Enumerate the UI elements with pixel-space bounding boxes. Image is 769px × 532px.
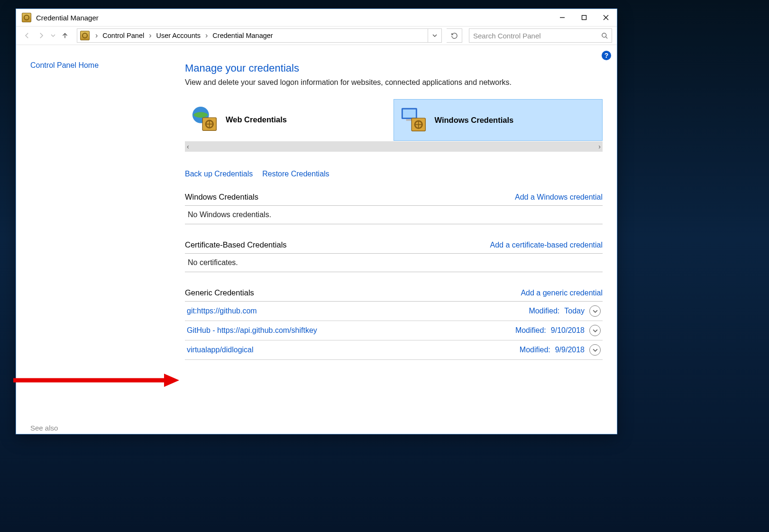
nav-back-button[interactable] xyxy=(21,29,33,42)
restore-credentials-link[interactable]: Restore Credentials xyxy=(262,170,329,178)
windows-credentials-label: Windows Credentials xyxy=(435,116,514,125)
breadcrumb[interactable]: Control Panel xyxy=(101,32,146,39)
section-header-certificate: Certificate-Based Credentials Add a cert… xyxy=(185,237,603,254)
section-title: Windows Credentials xyxy=(185,193,258,202)
page-heading: Manage your credentials xyxy=(185,62,603,74)
windows-credentials-tile[interactable]: Windows Credentials xyxy=(394,99,603,141)
chevron-right-icon: › xyxy=(92,31,101,40)
chevron-right-icon: › xyxy=(146,31,154,40)
credential-row[interactable]: virtualapp/didlogical Modified: 9/9/2018 xyxy=(185,340,603,360)
credential-row[interactable]: GitHub - https://api.github.com/shiftkey… xyxy=(185,321,603,340)
navbar: › Control Panel › User Accounts › Creden… xyxy=(16,27,617,45)
section-header-windows: Windows Credentials Add a Windows creden… xyxy=(185,189,603,206)
main-content: ? Manage your credentials View and delet… xyxy=(185,45,617,434)
tile-scrollbar[interactable]: ‹ › xyxy=(185,141,603,152)
svg-point-4 xyxy=(602,33,606,37)
section-header-generic: Generic Credentials Add a generic creden… xyxy=(185,284,603,302)
globe-vault-icon xyxy=(191,105,220,134)
address-bar[interactable]: › Control Panel › User Accounts › Creden… xyxy=(77,28,442,43)
chevron-right-icon[interactable]: › xyxy=(598,143,601,150)
titlebar: Credential Manager xyxy=(16,9,617,27)
sidebar: Control Panel Home See also xyxy=(16,45,185,434)
close-button[interactable] xyxy=(595,9,617,26)
chevron-left-icon[interactable]: ‹ xyxy=(187,143,189,150)
svg-rect-12 xyxy=(403,110,415,118)
credential-name: git:https://github.com xyxy=(187,307,257,315)
nav-up-button[interactable] xyxy=(59,29,71,42)
expand-row-button[interactable] xyxy=(589,305,601,317)
credential-name: GitHub - https://api.github.com/shiftkey xyxy=(187,326,317,335)
web-credentials-label: Web Credentials xyxy=(226,115,287,124)
modified-label: Modified: xyxy=(520,346,550,354)
modified-label: Modified: xyxy=(529,307,559,315)
address-dropdown[interactable] xyxy=(428,29,441,42)
address-icon xyxy=(80,31,90,40)
nav-recent-button[interactable] xyxy=(49,33,57,38)
search-icon[interactable] xyxy=(597,32,612,39)
section-empty-text: No Windows credentials. xyxy=(185,206,603,224)
maximize-button[interactable] xyxy=(573,9,595,26)
breadcrumb[interactable]: Credential Manager xyxy=(211,32,275,39)
window-title: Credential Manager xyxy=(36,14,99,22)
svg-rect-1 xyxy=(582,16,586,20)
window: Credential Manager › Control Panel › Use… xyxy=(16,9,617,434)
breadcrumb[interactable]: User Accounts xyxy=(155,32,203,39)
section-title: Certificate-Based Credentials xyxy=(185,240,287,249)
minimize-button[interactable] xyxy=(551,9,573,26)
add-windows-credential-link[interactable]: Add a Windows credential xyxy=(515,193,603,202)
add-certificate-credential-link[interactable]: Add a certificate-based credential xyxy=(490,241,603,249)
nav-forward-button[interactable] xyxy=(35,29,47,42)
search-box[interactable] xyxy=(469,28,612,43)
credential-row[interactable]: git:https://github.com Modified: Today xyxy=(185,302,603,321)
section-title: Generic Credentials xyxy=(185,288,254,297)
modified-value: Today xyxy=(564,307,585,315)
chevron-right-icon: › xyxy=(202,31,211,40)
credential-name: virtualapp/didlogical xyxy=(187,346,254,354)
add-generic-credential-link[interactable]: Add a generic credential xyxy=(521,289,603,297)
svg-line-5 xyxy=(605,37,607,38)
backup-credentials-link[interactable]: Back up Credentials xyxy=(185,170,253,178)
app-icon xyxy=(22,13,31,22)
page-description: View and delete your saved logon informa… xyxy=(185,78,603,87)
refresh-button[interactable] xyxy=(447,28,462,43)
search-input[interactable] xyxy=(469,32,597,40)
web-credentials-tile[interactable]: Web Credentials xyxy=(185,99,394,140)
control-panel-home-link[interactable]: Control Panel Home xyxy=(30,61,99,69)
modified-value: 9/9/2018 xyxy=(555,346,585,354)
see-also-label: See also xyxy=(30,424,58,432)
modified-label: Modified: xyxy=(515,326,546,335)
pc-vault-icon xyxy=(400,105,429,135)
help-icon[interactable]: ? xyxy=(602,51,611,60)
modified-value: 9/10/2018 xyxy=(551,326,585,335)
expand-row-button[interactable] xyxy=(589,344,601,356)
expand-row-button[interactable] xyxy=(589,325,601,336)
credential-type-tiles: Web Credentials Windows Credentials xyxy=(185,99,603,141)
section-empty-text: No certificates. xyxy=(185,254,603,272)
